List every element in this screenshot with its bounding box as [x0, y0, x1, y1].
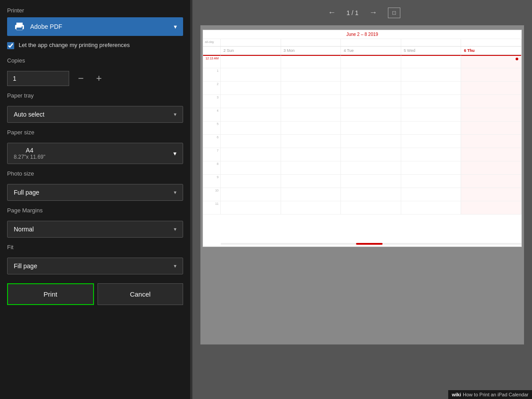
cal-cell-2-tue	[341, 82, 401, 95]
cal-cell-10-sun	[221, 188, 281, 201]
cal-cell-10-tue	[341, 188, 401, 201]
cal-cell-2-thu	[461, 82, 521, 95]
cal-cell-5-wed	[401, 121, 462, 135]
day-wed: 5 Wed	[401, 47, 462, 55]
cal-cell-0-wed	[401, 55, 462, 68]
scrollbar-thumb	[356, 243, 383, 245]
timeslot-label-9: 9	[203, 175, 221, 188]
timeslot-label-6: 6	[203, 135, 221, 148]
cal-cell-0-thu	[461, 55, 521, 68]
cal-cell-9-sun	[221, 175, 281, 188]
timeslot-label-11: 11	[203, 201, 221, 215]
cal-cell-1-mon	[281, 68, 341, 82]
increment-copies-button[interactable]: +	[93, 72, 106, 85]
cal-cell-7-sun	[221, 148, 281, 161]
cal-cell-4-wed	[401, 108, 462, 121]
next-page-button[interactable]: →	[366, 6, 381, 19]
cal-cell-10-thu	[461, 188, 521, 201]
cal-cell-11-wed	[401, 201, 462, 215]
decrement-copies-button[interactable]: −	[74, 72, 87, 85]
svg-rect-1	[16, 23, 23, 25]
timeslot-label-8: 8	[203, 161, 221, 175]
copies-row: − +	[7, 71, 183, 86]
cal-cell-11-tue	[341, 201, 401, 215]
page-margins-value: Normal	[14, 226, 34, 233]
cal-cell-0-tue	[341, 55, 401, 68]
cal-cell-1-thu	[461, 68, 521, 82]
cancel-button[interactable]: Cancel	[98, 283, 184, 305]
cal-cell-7-tue	[341, 148, 401, 161]
calendar-scrollbar[interactable]	[221, 243, 521, 245]
allday-cell-sun	[221, 39, 281, 46]
paper-size-dropdown[interactable]: A4 8.27"x 11.69" ▾	[7, 143, 183, 164]
cal-cell-9-mon	[281, 175, 341, 188]
paper-size-main: A4	[14, 147, 45, 154]
cal-cell-0-mon	[281, 55, 341, 68]
cal-cell-8-tue	[341, 161, 401, 175]
printer-left: Adobe PDF	[13, 22, 62, 31]
cal-cell-3-tue	[341, 95, 401, 108]
left-panel: Printer Adobe PDF ▾ Let the app change m…	[0, 0, 191, 399]
cal-cell-9-wed	[401, 175, 462, 188]
printer-dropdown[interactable]: Adobe PDF ▾	[7, 17, 183, 36]
allday-cell-thu	[461, 39, 521, 46]
printer-icon	[13, 22, 26, 31]
fit-chevron-icon: ▾	[174, 263, 176, 269]
photo-size-value: Full page	[14, 189, 39, 196]
wiki-rest: How to Print an iPad Calendar	[463, 392, 528, 397]
fit-view-button[interactable]: ⊡	[388, 8, 400, 18]
cal-cell-8-wed	[401, 161, 462, 175]
paper-size-chevron-icon: ▾	[173, 150, 176, 157]
day-mon: 3 Mon	[281, 47, 341, 55]
cal-cell-4-thu	[461, 108, 521, 121]
allday-row: all-day	[203, 39, 521, 47]
calendar-days-header: 2 Sun 3 Mon 4 Tue 5 Wed 6 Thu	[203, 47, 521, 55]
main-container: Printer Adobe PDF ▾ Let the app change m…	[0, 0, 532, 399]
cal-cell-10-wed	[401, 188, 462, 201]
print-button[interactable]: Print	[7, 283, 94, 305]
photo-size-label: Photo size	[7, 170, 183, 177]
photo-size-dropdown[interactable]: Full page ▾	[7, 184, 183, 201]
timeslot-label-0: 12:13 AM	[203, 55, 221, 68]
cal-cell-5-sun	[221, 121, 281, 135]
day-tue: 4 Tue	[341, 47, 401, 55]
page-margins-dropdown[interactable]: Normal ▾	[7, 221, 183, 238]
timeslot-label-10: 10	[203, 188, 221, 201]
timeslot-label-2: 2	[203, 82, 221, 95]
cal-cell-2-mon	[281, 82, 341, 95]
wikihow-watermark: wiki How to Print an iPad Calendar	[448, 390, 532, 399]
prev-page-button[interactable]: ←	[324, 6, 339, 19]
cal-cell-6-wed	[401, 135, 462, 148]
cal-cell-11-thu	[461, 201, 521, 215]
cal-cell-3-sun	[221, 95, 281, 108]
paper-size-sub: 8.27"x 11.69"	[14, 154, 45, 160]
allday-cell-wed	[401, 39, 462, 46]
cal-cell-9-thu	[461, 175, 521, 188]
cal-cell-11-sun	[221, 201, 281, 215]
cal-cell-8-mon	[281, 161, 341, 175]
printing-prefs-checkbox[interactable]	[7, 42, 14, 49]
fit-label: Fit	[7, 244, 183, 250]
svg-rect-2	[16, 27, 23, 30]
fit-dropdown[interactable]: Fill page ▾	[7, 258, 183, 274]
cal-cell-8-thu	[461, 161, 521, 175]
checkbox-label: Let the app change my printing preferenc…	[19, 41, 130, 49]
paper-tray-label: Paper tray	[7, 92, 183, 99]
paper-size-text: A4 8.27"x 11.69"	[14, 147, 45, 160]
cal-cell-6-thu	[461, 135, 521, 148]
cal-cell-4-sun	[221, 108, 281, 121]
day-sun: 2 Sun	[221, 47, 281, 55]
cal-cell-3-thu	[461, 95, 521, 108]
copies-label: Copies	[7, 57, 183, 64]
calendar-header: June 2 – 8 2019	[203, 30, 521, 39]
page-margins-label: Page Margins	[7, 207, 183, 214]
cal-cell-6-tue	[341, 135, 401, 148]
cal-cell-5-tue	[341, 121, 401, 135]
empty-header-col	[203, 47, 221, 55]
day-thu: 6 Thu	[461, 47, 521, 55]
paper-tray-dropdown[interactable]: Auto select ▾	[7, 106, 183, 123]
allday-label: all-day	[203, 39, 221, 46]
checkbox-row: Let the app change my printing preferenc…	[7, 41, 183, 49]
allday-cell-tue	[341, 39, 401, 46]
copies-input[interactable]	[7, 71, 69, 86]
